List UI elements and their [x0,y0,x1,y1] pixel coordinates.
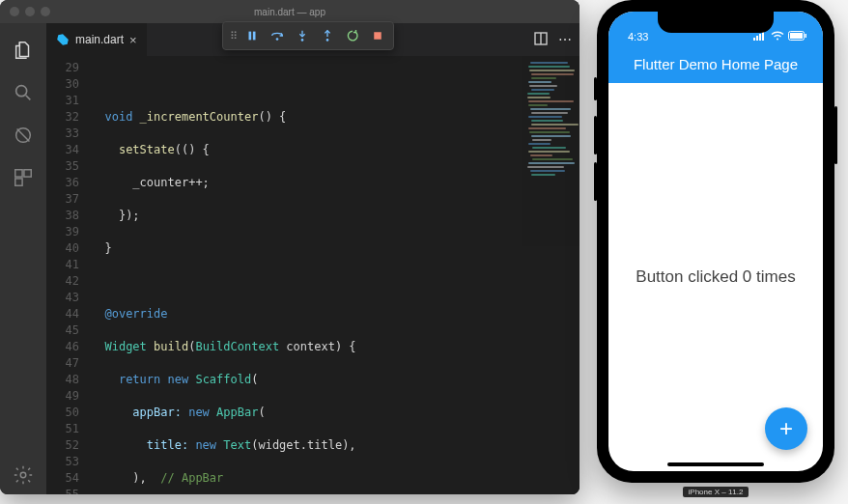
line-gutter: 2930313233343536373839404142434445464748… [46,56,87,494]
vscode-window: main.dart — app ⠿ [0,0,579,494]
volume-down [594,162,597,201]
simulator-label: iPhone X – 11.2 [683,487,749,497]
extensions-icon[interactable] [0,158,46,197]
svg-rect-0 [249,32,252,41]
step-out-button[interactable] [317,25,338,46]
debug-toolbar[interactable]: ⠿ [222,21,394,50]
app-title: Flutter Demo Home Page [634,56,798,72]
svg-rect-19 [790,33,803,39]
code-area[interactable]: void _incrementCounter() { setState(() {… [87,56,579,494]
minimize-dot[interactable] [25,7,35,16]
explorer-icon[interactable] [0,31,46,70]
tab-main-dart[interactable]: main.dart × [46,23,148,56]
svg-rect-9 [24,170,31,177]
svg-rect-20 [806,34,807,38]
titlebar: main.dart — app [0,0,579,23]
svg-rect-8 [15,170,22,177]
more-actions-icon[interactable]: ⋯ [558,32,572,47]
debug-icon[interactable] [0,116,46,154]
wifi-icon [771,31,784,42]
svg-point-11 [20,472,26,478]
side-button [834,106,837,164]
tab-close-icon[interactable]: × [129,33,137,47]
editor-actions: ⋯ [533,23,579,56]
body-text: Button clicked 0 times [636,267,795,287]
split-editor-icon[interactable] [533,31,549,49]
status-time: 4:33 [628,31,648,42]
svg-point-17 [777,39,778,41]
svg-point-3 [301,39,304,42]
drag-handle-icon[interactable]: ⠿ [228,30,238,42]
tab-label: main.dart [75,33,124,46]
settings-gear-icon[interactable] [0,456,46,494]
restart-button[interactable] [342,25,363,46]
plus-icon: + [779,415,793,442]
mute-switch [594,77,597,100]
floating-action-button[interactable]: + [765,407,807,450]
minimap[interactable] [522,56,579,494]
search-icon[interactable] [0,73,46,112]
activity-bar [0,23,46,494]
svg-rect-13 [753,38,755,41]
svg-rect-14 [756,36,758,41]
phone-screen: 4:33 Flutter Demo Home Page Button click… [608,12,823,471]
svg-rect-1 [253,32,256,41]
stop-button[interactable] [367,25,388,46]
svg-rect-10 [15,179,22,185]
traffic-lights[interactable] [10,7,50,16]
dart-file-icon [56,33,70,46]
app-bar: Flutter Demo Home Page [608,44,823,83]
svg-point-6 [16,86,27,97]
iphone-simulator: 4:33 Flutter Demo Home Page Button click… [597,0,834,483]
pause-button[interactable] [241,25,263,46]
svg-point-4 [326,39,329,42]
home-indicator[interactable] [667,462,764,466]
volume-up [594,116,597,154]
step-into-button[interactable] [292,25,313,46]
svg-point-2 [276,38,279,41]
zoom-dot[interactable] [41,7,50,16]
window-title: main.dart — app [0,7,579,17]
step-over-button[interactable] [267,25,288,46]
svg-rect-5 [374,32,382,40]
notch [658,12,774,33]
close-dot[interactable] [10,7,19,16]
svg-rect-16 [762,32,764,41]
code-editor[interactable]: 2930313233343536373839404142434445464748… [46,56,579,494]
battery-icon [788,31,807,42]
svg-rect-15 [759,34,761,41]
